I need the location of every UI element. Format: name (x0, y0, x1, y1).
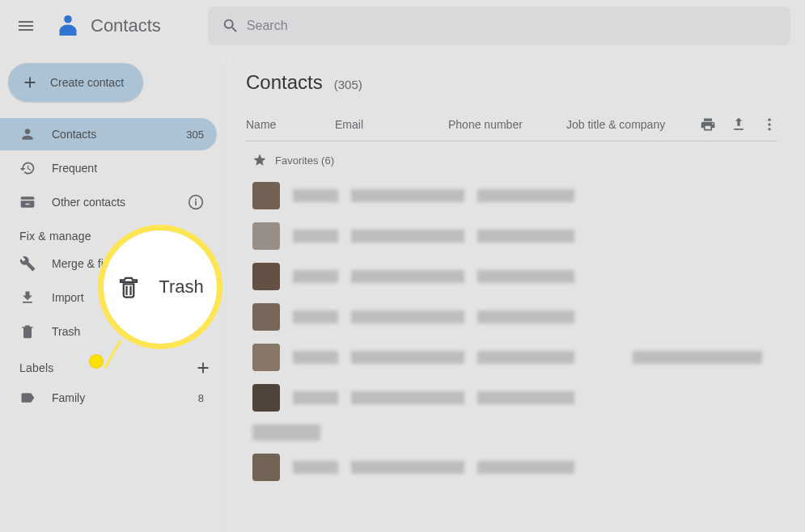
redacted-cell (351, 391, 464, 404)
col-job[interactable]: Job title & company (566, 118, 700, 131)
svg-point-2 (768, 123, 770, 125)
sidebar-item-label: Family (52, 391, 182, 404)
app-title: Contacts (91, 15, 161, 36)
redacted-cell (293, 270, 338, 283)
sidebar: Create contact Contacts 305 Frequent Oth… (0, 52, 227, 422)
export-icon[interactable] (731, 116, 747, 133)
search-icon (214, 10, 247, 42)
favorites-label: Favorites (6) (275, 154, 334, 167)
page-count: (305) (334, 78, 362, 91)
archive-icon (19, 194, 36, 210)
svg-point-3 (768, 128, 770, 130)
table-row[interactable] (246, 216, 777, 256)
avatar (252, 384, 280, 412)
svg-point-0 (64, 15, 72, 23)
download-icon (19, 289, 36, 306)
menu-button[interactable] (6, 6, 45, 45)
column-headers: Name Email Phone number Job title & comp… (246, 110, 777, 141)
labels-header-text: Labels (19, 361, 53, 374)
redacted-cell (293, 230, 338, 243)
avatar (252, 222, 280, 250)
redacted-cell (477, 310, 574, 323)
redacted-cell (293, 461, 338, 474)
redacted-cell (293, 189, 338, 202)
avatar (252, 263, 280, 290)
redacted-cell (293, 391, 338, 404)
plus-icon (21, 74, 39, 91)
redacted-cell (351, 189, 464, 202)
avatar (252, 454, 280, 481)
person-icon (19, 126, 36, 142)
favorites-header[interactable]: Favorites (6) (246, 141, 777, 175)
search-input[interactable] (247, 19, 784, 33)
add-label-button[interactable] (194, 359, 212, 377)
table-row[interactable] (246, 175, 777, 216)
redacted-cell (351, 310, 464, 323)
sidebar-item-label: Other contacts (52, 196, 172, 209)
sidebar-item-label: Frequent (52, 162, 204, 175)
contacts-logo-icon (52, 10, 84, 42)
info-icon[interactable] (188, 194, 204, 210)
avatar (252, 303, 280, 331)
star-icon (252, 153, 267, 167)
search-bar[interactable] (208, 6, 790, 45)
redacted-cell (477, 230, 574, 243)
redacted-cell (351, 230, 464, 243)
redacted-cell (252, 424, 320, 441)
sidebar-item-contacts[interactable]: Contacts 305 (0, 118, 217, 150)
col-name[interactable]: Name (246, 118, 335, 131)
app-header: Contacts (0, 0, 805, 52)
redacted-cell (293, 310, 338, 323)
page-title-row: Contacts (305) (246, 71, 777, 94)
redacted-cell (351, 461, 464, 474)
redacted-cell (293, 351, 338, 364)
callout-marker (89, 354, 104, 369)
sidebar-label-family[interactable]: Family 8 (0, 382, 217, 414)
table-row[interactable] (246, 297, 777, 337)
redacted-cell (477, 461, 574, 474)
table-row[interactable] (246, 447, 777, 488)
create-contact-label: Create contact (50, 76, 124, 89)
table-row[interactable] (246, 337, 777, 378)
col-email[interactable]: Email (335, 118, 448, 131)
avatar (252, 344, 280, 371)
print-icon[interactable] (700, 116, 716, 133)
sidebar-item-frequent[interactable]: Frequent (0, 152, 217, 184)
tools-icon (19, 255, 36, 272)
trash-callout: Trash (104, 230, 217, 344)
table-row[interactable] (246, 256, 777, 297)
hamburger-icon (16, 16, 36, 36)
history-icon (19, 160, 36, 176)
redacted-cell (351, 351, 464, 364)
avatar (252, 182, 280, 209)
table-row[interactable] (246, 418, 777, 447)
trash-icon (117, 275, 141, 299)
redacted-cell (351, 270, 464, 283)
redacted-cell (477, 351, 574, 364)
table-row[interactable] (246, 378, 777, 418)
page-title: Contacts (246, 71, 323, 94)
sidebar-item-count: 8 (198, 392, 204, 404)
redacted-cell (477, 270, 574, 283)
sidebar-item-other-contacts[interactable]: Other contacts (0, 186, 217, 218)
trash-icon (19, 323, 36, 340)
redacted-cell (477, 189, 574, 202)
main-panel: Contacts (305) Name Email Phone number J… (227, 52, 805, 532)
sidebar-item-count: 305 (186, 129, 204, 141)
callout-label: Trash (159, 277, 203, 298)
more-icon[interactable] (761, 116, 777, 133)
sidebar-item-label: Contacts (52, 128, 170, 141)
app-logo[interactable]: Contacts (52, 10, 161, 42)
search-container (208, 6, 799, 45)
create-contact-button[interactable]: Create contact (8, 63, 143, 102)
label-icon (19, 390, 36, 406)
redacted-cell (477, 391, 574, 404)
redacted-cell (633, 351, 762, 364)
svg-point-1 (768, 119, 770, 121)
col-phone[interactable]: Phone number (448, 118, 566, 131)
